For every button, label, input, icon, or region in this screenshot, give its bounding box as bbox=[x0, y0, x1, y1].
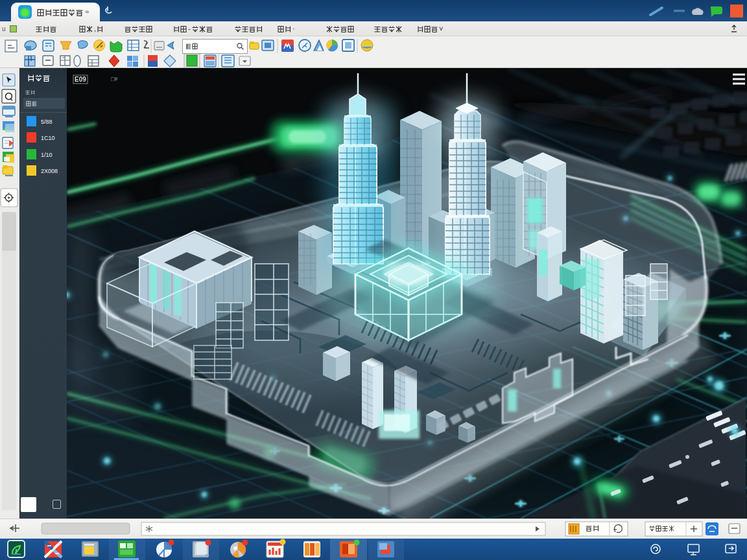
svg-text:□#: □# bbox=[111, 76, 117, 82]
svg-text:˅: ˅ bbox=[439, 25, 443, 32]
svg-text:·: · bbox=[292, 25, 295, 32]
svg-text:E09: E09 bbox=[75, 76, 86, 83]
svg-text:-: - bbox=[188, 25, 191, 32]
svg-text:,: , bbox=[94, 25, 96, 32]
